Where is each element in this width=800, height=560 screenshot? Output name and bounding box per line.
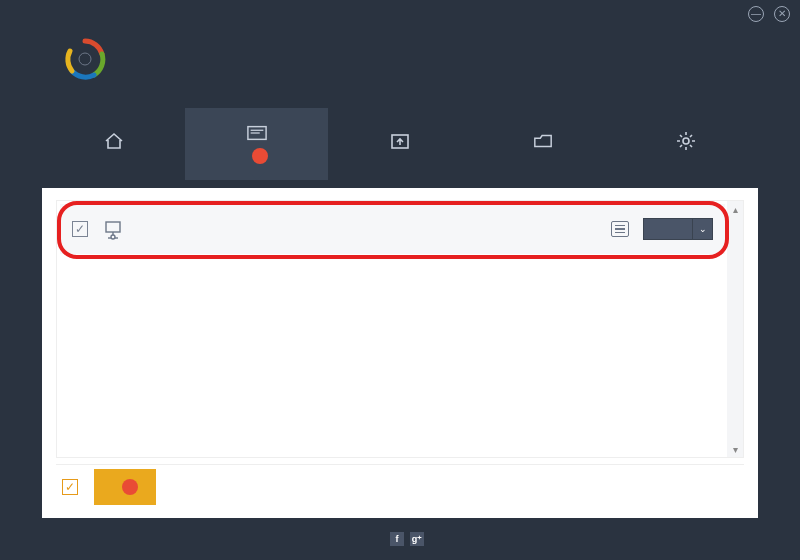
details-icon[interactable] <box>611 221 629 237</box>
tab-driver-updates[interactable] <box>185 108 328 180</box>
home-icon <box>104 132 124 150</box>
main-nav <box>42 108 758 180</box>
action-bar <box>56 464 744 508</box>
update-button-label[interactable] <box>643 218 693 240</box>
tab-backup[interactable] <box>328 108 471 180</box>
svg-point-7 <box>111 235 115 239</box>
tab-restore[interactable] <box>472 108 615 180</box>
minimize-button[interactable]: — <box>748 6 764 22</box>
tab-home[interactable] <box>42 108 185 180</box>
backup-icon <box>390 132 410 150</box>
download-badge <box>122 479 138 495</box>
tab-settings[interactable] <box>615 108 758 180</box>
scroll-up-icon[interactable]: ▴ <box>727 201 743 217</box>
driver-row-realtek[interactable]: ⌄ <box>60 204 725 254</box>
svg-point-0 <box>79 53 91 65</box>
svg-point-5 <box>683 138 689 144</box>
update-button[interactable]: ⌄ <box>643 218 713 240</box>
content-panel: ⌄ ▴ ▾ <box>42 188 758 518</box>
scrollbar[interactable]: ▴ ▾ <box>727 201 743 457</box>
network-device-icon <box>102 219 122 239</box>
scroll-down-icon[interactable]: ▾ <box>727 441 743 457</box>
select-all-checkbox[interactable] <box>62 479 78 495</box>
driver-list: ⌄ ▴ ▾ <box>56 200 744 458</box>
footer: f g⁺ <box>0 518 800 560</box>
google-plus-icon[interactable]: g⁺ <box>410 532 424 546</box>
updates-badge <box>252 148 268 164</box>
restore-icon <box>533 132 553 150</box>
settings-icon <box>676 132 696 150</box>
close-button[interactable]: ✕ <box>774 6 790 22</box>
svg-rect-6 <box>106 222 120 232</box>
updates-icon <box>247 124 267 142</box>
download-install-button[interactable] <box>94 469 156 505</box>
facebook-icon[interactable]: f <box>390 532 404 546</box>
social-links: f g⁺ <box>390 532 424 546</box>
row-checkbox[interactable] <box>72 221 88 237</box>
app-logo-icon <box>64 38 106 80</box>
update-dropdown[interactable]: ⌄ <box>693 218 713 240</box>
brand-header <box>64 38 120 80</box>
